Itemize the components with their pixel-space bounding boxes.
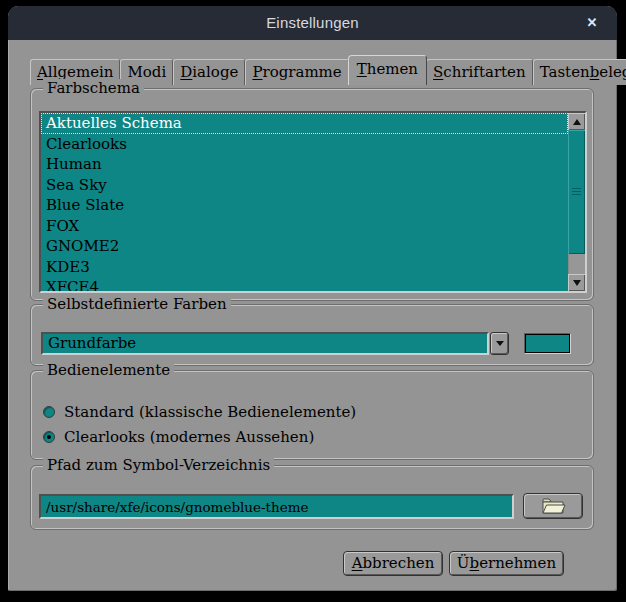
theme-list-item[interactable]: FOX — [41, 216, 568, 237]
group-icon-path-label: Pfad zum Symbol-Verzeichnis — [43, 456, 274, 475]
theme-list-item[interactable]: Sea Sky — [41, 175, 568, 196]
group-controls-label: Bedienelemente — [43, 361, 174, 380]
arrow-up-icon — [573, 119, 581, 125]
tab-schriftarten[interactable]: Schriftarten — [426, 59, 533, 85]
scroll-up-button[interactable] — [568, 113, 585, 130]
group-custom-colors-label: Selbstdefinierte Farben — [43, 295, 231, 314]
titlebar: Einstellungen ✕ — [8, 6, 617, 40]
radio-option[interactable]: Clearlooks (modernes Aussehen) — [43, 426, 314, 448]
radio-option[interactable]: Standard (klassische Bedienelemente) — [43, 401, 356, 423]
scroll-down-button[interactable] — [568, 274, 585, 291]
scrollbar-thumb[interactable] — [568, 130, 585, 254]
icon-path-input[interactable] — [39, 494, 514, 519]
settings-window: Einstellungen ✕ AllgemeinModiDialogeProg… — [8, 6, 617, 591]
radio-icon[interactable] — [43, 406, 55, 418]
apply-button[interactable]: Übernehmen — [449, 551, 564, 576]
chevron-down-icon — [496, 341, 504, 346]
group-farbschema-label: Farbschema — [43, 79, 144, 98]
theme-list-item[interactable]: Clearlooks — [41, 134, 568, 155]
theme-list-item[interactable]: Aktuelles Schema — [41, 113, 568, 134]
tab-dialoge[interactable]: Dialoge — [173, 59, 245, 85]
theme-listbox[interactable]: Aktuelles SchemaClearlooksHumanSea SkyBl… — [39, 111, 587, 293]
scrollbar-track[interactable] — [568, 254, 585, 274]
radio-label: Clearlooks (modernes Aussehen) — [64, 428, 314, 446]
cancel-button[interactable]: Abbrechen — [343, 551, 443, 576]
base-color-swatch-fill — [525, 334, 570, 353]
group-icon-path: Pfad zum Symbol-Verzeichnis — [30, 465, 594, 530]
dropdown-arrow-button[interactable] — [490, 332, 509, 355]
group-farbschema: Farbschema Aktuelles SchemaClearlooksHum… — [30, 88, 594, 301]
base-color-swatch[interactable] — [524, 333, 571, 354]
arrow-down-icon — [573, 280, 581, 286]
tab-tastenbelegung[interactable]: Tastenbelegung — [533, 59, 626, 85]
theme-list-item[interactable]: Blue Slate — [41, 195, 568, 216]
browse-folder-button[interactable] — [523, 493, 583, 519]
window-title: Einstellungen — [8, 6, 617, 40]
theme-list: Aktuelles SchemaClearlooksHumanSea SkyBl… — [41, 113, 568, 291]
theme-list-item[interactable]: KDE3 — [41, 257, 568, 278]
theme-list-item[interactable]: Human — [41, 154, 568, 175]
radio-icon[interactable] — [43, 431, 55, 443]
close-icon[interactable]: ✕ — [583, 14, 601, 32]
tab-programme[interactable]: Programme — [245, 59, 348, 85]
radio-label: Standard (klassische Bedienelemente) — [64, 403, 356, 421]
color-target-dropdown[interactable]: Grundfarbe — [41, 332, 489, 355]
theme-list-item[interactable]: XFCE4 — [41, 277, 568, 291]
tab-themen[interactable]: Themen — [348, 55, 427, 85]
group-controls: Bedienelemente Standard (klassische Bedi… — [30, 370, 594, 460]
dialog-content: AllgemeinModiDialogeProgrammeThemenSchri… — [8, 40, 617, 591]
theme-list-item[interactable]: GNOME2 — [41, 236, 568, 257]
group-custom-colors: Selbstdefinierte Farben Grundfarbe — [30, 304, 594, 366]
folder-icon — [541, 497, 566, 515]
list-scrollbar[interactable] — [568, 113, 585, 291]
